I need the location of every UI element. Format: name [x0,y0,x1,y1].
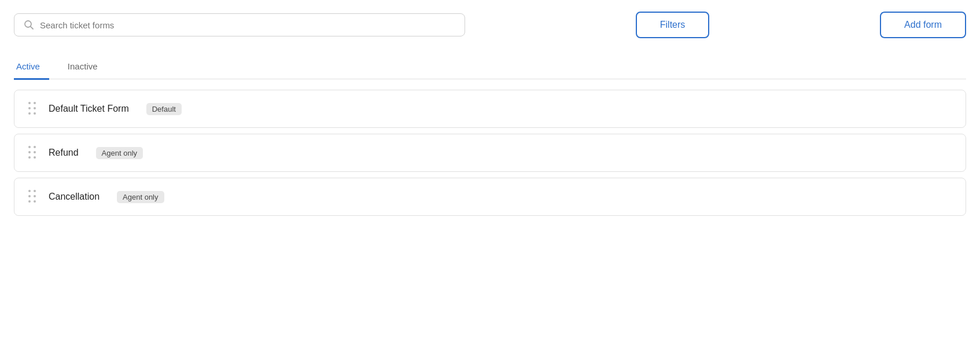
drag-dot [34,107,36,109]
drag-handle-cancellation[interactable] [28,190,37,204]
form-list: Default Ticket Form Default Refund Agent… [14,90,966,216]
drag-handle-default[interactable] [28,102,37,116]
tab-active[interactable]: Active [14,56,49,80]
form-item-cancellation: Cancellation Agent only [14,178,966,216]
drag-dot [28,195,31,197]
add-form-button[interactable]: Add form [880,12,966,38]
drag-dot [34,156,36,159]
search-input[interactable] [40,20,455,30]
drag-dot [28,102,31,104]
toolbar: Filters Add form [14,12,966,38]
svg-line-1 [31,27,33,29]
drag-dot [34,195,36,197]
drag-dot [28,146,31,148]
form-name-default: Default Ticket Form [49,104,129,114]
tabs-container: Active Inactive [14,54,966,79]
form-name-cancellation: Cancellation [49,192,100,202]
drag-dot [28,112,31,115]
form-name-refund: Refund [49,148,79,158]
drag-dot [34,200,36,203]
drag-dot [28,190,31,192]
drag-dot [28,156,31,159]
drag-dot [28,107,31,109]
drag-dot [34,146,36,148]
badge-agent-cancellation: Agent only [117,191,164,203]
form-item-refund: Refund Agent only [14,134,966,172]
badge-default: Default [146,103,182,115]
filters-button[interactable]: Filters [636,12,710,38]
search-icon [24,20,34,30]
drag-handle-refund[interactable] [28,146,37,160]
drag-dot [34,151,36,153]
badge-agent-refund: Agent only [96,147,143,159]
tab-inactive[interactable]: Inactive [65,56,107,80]
drag-dot [34,102,36,104]
drag-dot [34,190,36,192]
search-container [14,13,465,36]
drag-dot [34,112,36,115]
drag-dot [28,151,31,153]
form-item-default: Default Ticket Form Default [14,90,966,128]
drag-dot [28,200,31,203]
